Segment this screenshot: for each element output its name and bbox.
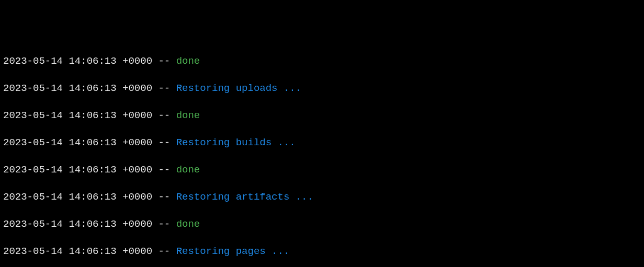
timestamp: 2023-05-14 14:06:13 +0000	[3, 137, 152, 148]
separator: --	[152, 83, 176, 94]
timestamp: 2023-05-14 14:06:13 +0000	[3, 191, 152, 203]
status-done: done	[176, 218, 200, 230]
timestamp: 2023-05-14 14:06:13 +0000	[3, 164, 152, 176]
log-line: 2023-05-14 14:06:13 +0000 -- Restoring p…	[3, 245, 641, 258]
timestamp: 2023-05-14 14:06:13 +0000	[3, 55, 152, 67]
separator: --	[152, 218, 176, 230]
log-line: 2023-05-14 14:06:13 +0000 -- done	[3, 54, 641, 68]
timestamp: 2023-05-14 14:06:13 +0000	[3, 110, 152, 121]
separator: --	[152, 246, 176, 257]
timestamp: 2023-05-14 14:06:13 +0000	[3, 218, 152, 230]
restore-message: Restoring builds ...	[176, 137, 301, 148]
separator: --	[152, 110, 176, 121]
log-line: 2023-05-14 14:06:13 +0000 -- done	[3, 109, 641, 122]
log-line: 2023-05-14 14:06:13 +0000 -- Restoring a…	[3, 190, 641, 204]
timestamp: 2023-05-14 14:06:13 +0000	[3, 246, 152, 257]
separator: --	[152, 137, 176, 148]
restore-message: Restoring artifacts ...	[176, 191, 320, 203]
restore-message: Restoring pages ...	[176, 246, 296, 257]
status-done: done	[176, 110, 200, 121]
log-line: 2023-05-14 14:06:13 +0000 -- done	[3, 163, 641, 177]
timestamp: 2023-05-14 14:06:13 +0000	[3, 83, 152, 94]
separator: --	[152, 164, 176, 176]
log-line: 2023-05-14 14:06:13 +0000 -- done	[3, 217, 641, 231]
status-done: done	[176, 55, 200, 67]
separator: --	[152, 191, 176, 203]
log-line: 2023-05-14 14:06:13 +0000 -- Restoring u…	[3, 82, 641, 95]
log-line: 2023-05-14 14:06:13 +0000 -- Restoring b…	[3, 136, 641, 149]
separator: --	[152, 55, 176, 67]
restore-message: Restoring uploads ...	[176, 83, 308, 94]
status-done: done	[176, 164, 200, 176]
